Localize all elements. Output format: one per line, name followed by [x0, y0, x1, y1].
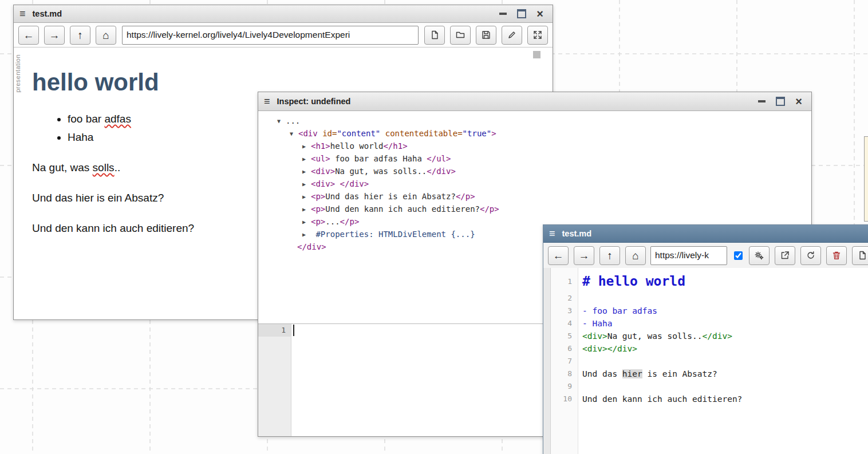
text-run: .. [115, 161, 121, 173]
code-segment: contenteditable= [380, 129, 462, 138]
line-content [578, 355, 582, 368]
up-button[interactable]: ↑ [70, 26, 90, 45]
code-segment: </p> [480, 204, 499, 214]
source-editor[interactable]: 1# hello world23- foo bar adfas4- Haha5<… [551, 268, 868, 454]
titlebar[interactable]: ≡ test.md [543, 225, 868, 243]
menu-icon[interactable]: ≡ [19, 9, 26, 19]
editor-line[interactable]: 5<div>Na gut, was solls..</div> [551, 330, 868, 342]
line-number: 9 [551, 380, 578, 393]
text-run: Na gut, was [32, 161, 93, 173]
editor-line[interactable]: 4- Haha [551, 317, 868, 330]
arrow-right-icon: → [49, 30, 60, 41]
file-icon [858, 251, 867, 260]
partial-window-edge[interactable] [864, 136, 868, 222]
new-file-button[interactable] [424, 26, 445, 45]
line-number: 4 [551, 317, 578, 330]
menu-icon[interactable]: ≡ [264, 96, 270, 106]
resize-handle[interactable] [533, 51, 540, 58]
minimize-icon [499, 13, 507, 15]
dom-tree-node[interactable]: ▼<div id="content" contenteditable="true… [258, 127, 811, 140]
trash-icon [832, 251, 841, 260]
code-segment: Und den kann ich auch editieren? [325, 204, 480, 214]
titlebar[interactable]: ≡ test.md × [14, 5, 553, 23]
pencil-icon [507, 30, 516, 40]
presentation-label: presentation [14, 54, 21, 93]
editor-line[interactable]: 2 [551, 292, 868, 305]
titlebar[interactable]: ≡ Inspect: undefined × [258, 92, 811, 111]
save-button[interactable] [476, 26, 496, 45]
dom-tree-node[interactable]: ▶<h1>hello world</h1> [258, 140, 811, 152]
back-button[interactable]: ← [548, 246, 569, 265]
collapse-icon[interactable]: ▼ [277, 115, 286, 128]
code-segment: </div> [340, 179, 369, 188]
folder-icon [456, 30, 465, 40]
collapse-icon[interactable]: ▼ [290, 128, 298, 140]
editor-line[interactable]: 8Und das hier is ein Absatz? [551, 368, 868, 380]
editor-line[interactable]: 3- foo bar adfas [551, 305, 868, 317]
dom-tree-node[interactable]: ▶<ul> foo bar adfas Haha </ul> [258, 152, 811, 165]
delete-button[interactable] [826, 246, 847, 265]
dom-tree-node[interactable]: ▶<div>Na gut, was solls..</div> [258, 165, 811, 177]
expand-icon[interactable]: ▶ [302, 165, 311, 178]
desktop: ≡ test.md × ←→↑⌂ hello world foo bar adf… [0, 0, 868, 454]
code-segment: <p> [311, 204, 325, 214]
up-button[interactable]: ↑ [599, 246, 620, 265]
maximize-button[interactable] [776, 97, 785, 106]
line-content: - Haha [578, 317, 612, 330]
dom-tree-node[interactable]: ▶<p>Und das hier is ein Absatz?</p> [258, 190, 811, 203]
code-segment: <div> [311, 167, 335, 176]
line-number: 2 [551, 292, 578, 305]
editor-line[interactable]: 1# hello world [551, 271, 868, 292]
open-folder-button[interactable] [450, 26, 471, 45]
dom-tree-node[interactable]: ▶<p>Und den kann ich auch editieren?</p> [258, 203, 811, 215]
action-button-group [424, 26, 548, 45]
minimize-button[interactable] [758, 97, 766, 106]
close-icon: × [536, 10, 543, 18]
close-button[interactable]: × [536, 9, 543, 18]
home-button[interactable]: ⌂ [625, 246, 646, 265]
expand-icon[interactable]: ▶ [302, 191, 311, 203]
url-checkbox[interactable] [734, 251, 743, 260]
dom-tree-node[interactable]: ▶<div> </div> [258, 177, 811, 190]
maximize-button[interactable] [517, 9, 526, 18]
minimize-icon [758, 100, 766, 102]
expand-icon[interactable]: ▶ [302, 216, 311, 228]
expand-icon[interactable]: ▶ [302, 140, 311, 153]
expand-icon[interactable]: ▶ [302, 178, 311, 191]
text-run: Und das hier is ein Absatz? [32, 192, 164, 204]
expand-icon[interactable]: ▶ [302, 203, 311, 216]
minimize-button[interactable] [499, 9, 507, 18]
open-external-button[interactable] [775, 246, 795, 265]
arrow-right-icon: → [579, 250, 590, 261]
arrow-left-icon: ← [553, 250, 564, 261]
refresh-button[interactable] [800, 246, 821, 265]
url-input[interactable] [122, 26, 419, 45]
editor-line[interactable]: 10Und den kann ich auch editieren? [551, 393, 868, 405]
editor-line[interactable]: 7 [551, 355, 868, 368]
forward-button[interactable]: → [574, 246, 594, 265]
back-button[interactable]: ← [18, 26, 39, 45]
expand-icon[interactable]: ▶ [302, 228, 311, 241]
forward-button[interactable]: → [44, 26, 65, 45]
expand-icon[interactable]: ▶ [302, 153, 311, 165]
url-input[interactable] [650, 246, 727, 265]
settings-button[interactable] [749, 246, 770, 265]
window-title: test.md [33, 9, 62, 18]
editor-line[interactable]: 6<div></div> [551, 342, 868, 355]
new-file-button[interactable] [852, 246, 868, 265]
editor-line[interactable]: 9 [551, 380, 868, 393]
code-segment: <div> [582, 331, 607, 341]
close-button[interactable]: × [795, 97, 802, 106]
line-content: <div></div> [578, 342, 637, 355]
home-icon: ⌂ [102, 30, 109, 41]
dom-tree-node[interactable]: ▼... [258, 115, 811, 127]
edit-button[interactable] [502, 26, 522, 45]
menu-icon[interactable]: ≡ [549, 228, 555, 239]
expand-button[interactable] [527, 26, 548, 45]
code-segment: Und das [582, 369, 622, 378]
home-button[interactable]: ⌂ [96, 26, 116, 45]
window-title: test.md [562, 229, 592, 238]
code-segment: Na gut, was solls.. [335, 167, 427, 176]
nav-button-group: ←→↑⌂ [548, 246, 646, 265]
code-segment: hello world [330, 141, 384, 151]
